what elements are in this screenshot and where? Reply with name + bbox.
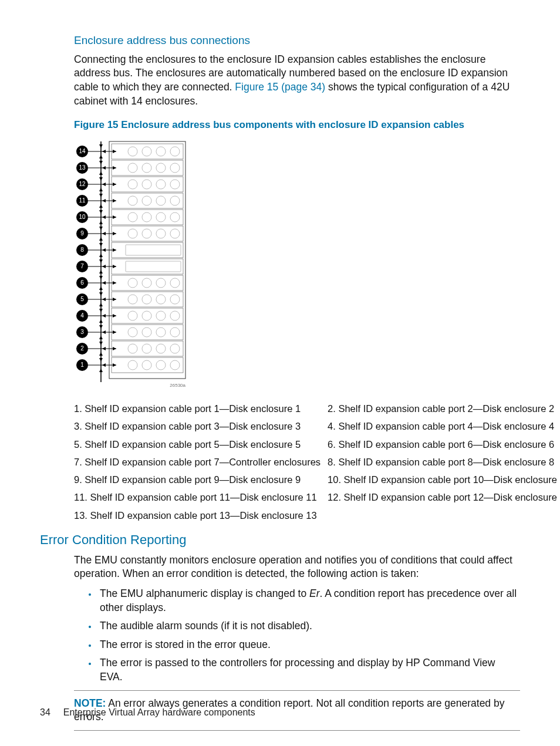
svg-text:1: 1 [80, 362, 84, 368]
svg-marker-80 [113, 281, 116, 285]
svg-marker-98 [102, 347, 106, 350]
svg-rect-13 [112, 325, 183, 340]
svg-point-145 [142, 212, 151, 222]
svg-rect-152 [126, 245, 181, 255]
legend-item-8: 8. Shelf ID expansion cable port 8—Disk … [328, 455, 560, 468]
svg-marker-126 [99, 358, 103, 362]
svg-marker-74 [113, 183, 116, 186]
figure-crossref-link[interactable]: Figure 15 (page 34) [235, 81, 325, 93]
svg-marker-100 [99, 144, 103, 148]
svg-point-171 [142, 344, 151, 353]
svg-rect-11 [112, 292, 183, 307]
svg-marker-115 [99, 270, 103, 274]
legend-item-12: 12. Shelf ID expansion cable port 12—Dis… [328, 491, 560, 504]
list-item: The error is passed to the controllers f… [97, 656, 520, 684]
svg-marker-93 [102, 265, 106, 268]
svg-marker-78 [113, 248, 116, 252]
svg-point-143 [170, 196, 180, 205]
svg-point-168 [156, 328, 166, 337]
figure-code: 26530a [170, 383, 185, 388]
svg-marker-110 [99, 227, 103, 230]
svg-marker-87 [102, 166, 106, 170]
svg-point-154 [128, 278, 137, 288]
svg-rect-2 [112, 144, 183, 159]
svg-marker-82 [113, 314, 116, 318]
text: The EMU alphanumeric display is changed … [100, 588, 309, 599]
svg-point-172 [156, 344, 166, 353]
svg-text:3: 3 [80, 329, 84, 335]
svg-rect-0 [109, 141, 185, 379]
svg-marker-123 [99, 336, 103, 339]
svg-rect-14 [112, 341, 183, 356]
svg-text:2: 2 [80, 345, 84, 352]
svg-point-176 [156, 360, 166, 370]
svg-point-175 [142, 360, 151, 370]
svg-point-133 [142, 163, 151, 173]
svg-text:5: 5 [80, 296, 84, 302]
svg-point-135 [170, 163, 180, 173]
svg-marker-106 [99, 194, 103, 197]
svg-point-174 [128, 360, 137, 370]
svg-point-138 [156, 180, 166, 189]
legend-item-7: 7. Shelf ID expansion cable port 7—Contr… [74, 455, 321, 468]
error-bullet-list: The EMU alphanumeric display is changed … [74, 587, 520, 684]
svg-point-170 [128, 344, 137, 353]
svg-marker-112 [99, 243, 103, 247]
svg-marker-89 [102, 199, 106, 202]
svg-point-165 [170, 311, 180, 320]
svg-marker-127 [99, 369, 103, 372]
svg-point-148 [128, 229, 137, 238]
svg-point-142 [156, 196, 166, 205]
svg-marker-116 [99, 276, 103, 279]
svg-marker-77 [113, 232, 116, 235]
svg-text:14: 14 [79, 148, 86, 154]
svg-point-134 [156, 163, 166, 173]
svg-rect-6 [112, 210, 183, 225]
svg-marker-75 [113, 199, 116, 202]
svg-point-128 [128, 147, 137, 156]
svg-text:4: 4 [80, 312, 84, 319]
svg-point-129 [142, 147, 151, 156]
svg-marker-102 [99, 161, 103, 164]
svg-marker-88 [102, 183, 106, 186]
svg-marker-109 [99, 221, 103, 224]
svg-text:9: 9 [80, 230, 84, 237]
svg-marker-118 [99, 292, 103, 296]
svg-point-130 [156, 147, 166, 156]
svg-marker-79 [113, 265, 116, 268]
svg-rect-7 [112, 226, 183, 241]
figure-caption: Figure 15 Enclosure address bus componen… [74, 119, 520, 132]
legend-item-10: 10. Shelf ID expansion cable port 10—Dis… [328, 473, 560, 486]
svg-text:10: 10 [79, 214, 86, 220]
svg-marker-121 [99, 319, 103, 323]
legend-item-4: 4. Shelf ID expansion cable port 4—Disk … [328, 420, 560, 433]
svg-marker-99 [102, 363, 106, 367]
svg-marker-122 [99, 325, 103, 329]
legend-item-6: 6. Shelf ID expansion cable port 6—Disk … [328, 438, 560, 451]
svg-point-167 [142, 328, 151, 337]
list-item: The EMU alphanumeric display is changed … [97, 587, 520, 615]
legend-item-2: 2. Shelf ID expansion cable port 2—Disk … [328, 402, 560, 415]
svg-rect-12 [112, 308, 183, 323]
svg-marker-72 [113, 150, 116, 153]
svg-marker-84 [113, 347, 116, 350]
svg-marker-103 [99, 171, 103, 175]
svg-point-161 [170, 295, 180, 304]
page-footer: 34Enterprise Virtual Array hardware comp… [40, 706, 255, 719]
svg-marker-81 [113, 298, 116, 301]
list-item: The audible alarm sounds (if it is not d… [97, 619, 520, 633]
svg-rect-5 [112, 193, 183, 208]
svg-point-166 [128, 328, 137, 337]
svg-point-164 [156, 311, 166, 320]
legend-item-5: 5. Shelf ID expansion cable port 5—Disk … [74, 438, 321, 451]
svg-marker-94 [102, 281, 106, 285]
svg-marker-111 [99, 237, 103, 241]
svg-point-147 [170, 212, 180, 222]
svg-point-173 [170, 344, 180, 353]
intro-paragraph: Connecting the enclosures to the enclosu… [74, 53, 520, 109]
svg-marker-120 [99, 309, 103, 312]
svg-point-159 [142, 295, 151, 304]
svg-point-144 [128, 212, 137, 222]
svg-point-162 [128, 311, 137, 320]
svg-rect-15 [112, 357, 183, 373]
